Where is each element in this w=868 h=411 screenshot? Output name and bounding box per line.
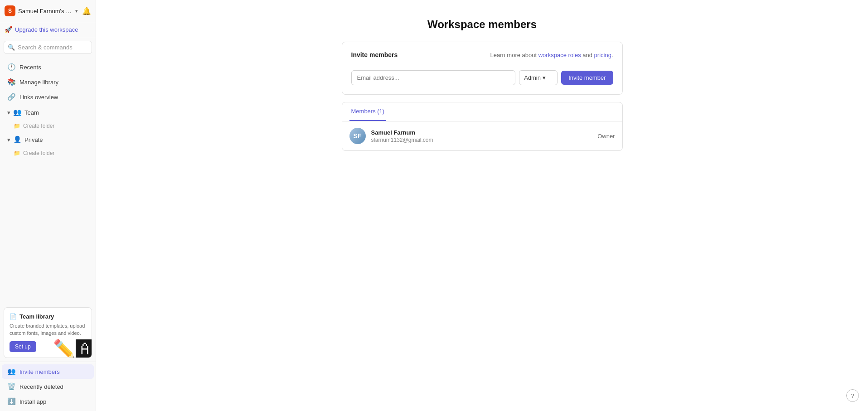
sidebar-item-invite-members[interactable]: 👥 Invite members	[2, 364, 94, 379]
sidebar-item-manage-library[interactable]: 📚 Manage library	[2, 75, 94, 89]
search-icon: 🔍	[8, 44, 15, 51]
library-icon: 📚	[7, 78, 16, 86]
invite-header-row: Invite members Learn more about workspac…	[351, 51, 613, 65]
link-icon: 🔗	[7, 93, 16, 101]
folder-plus-icon: 📁	[14, 150, 20, 156]
members-tab[interactable]: Members (1)	[349, 102, 387, 121]
avatar-image: SF	[349, 128, 366, 144]
sidebar-item-recently-deleted[interactable]: 🗑️ Recently deleted	[2, 379, 94, 394]
members-tabs: Members (1)	[342, 102, 622, 121]
role-label: Admin	[524, 74, 541, 81]
sidebar: S Samuel Farnum's te... ▾ 🔔 🚀 Upgrade th…	[0, 0, 96, 411]
download-icon: ⬇️	[7, 397, 16, 406]
member-name: Samuel Farnum	[371, 129, 592, 136]
and-text: and	[581, 52, 594, 58]
sidebar-item-label: Invite members	[19, 368, 60, 375]
private-section-header[interactable]: ▾ 👤 Private	[2, 132, 94, 147]
person-icon: 👤	[13, 135, 22, 144]
create-folder-label: Create folder	[23, 150, 54, 156]
folder-plus-icon: 📁	[14, 123, 20, 129]
trash-icon: 🗑️	[7, 382, 16, 391]
members-card: Members (1) SF Samuel Farnum sfarnum1132…	[342, 102, 623, 151]
team-section-header[interactable]: ▾ 👥 Team	[2, 105, 94, 120]
invite-card: Invite members Learn more about workspac…	[342, 42, 623, 95]
sidebar-item-install-app[interactable]: ⬇️ Install app	[2, 394, 94, 409]
workspace-name: Samuel Farnum's te...	[18, 8, 73, 15]
member-row: SF Samuel Farnum sfarnum1132@gmail.com O…	[342, 121, 622, 150]
main-content: Workspace members Invite members Learn m…	[96, 0, 868, 411]
create-folder-label: Create folder	[23, 123, 54, 129]
member-role: Owner	[597, 133, 615, 140]
library-illustration: ✏️🅰	[53, 338, 92, 358]
upgrade-workspace-button[interactable]: 🚀 Upgrade this workspace	[0, 22, 96, 37]
invite-input-row: Admin ▾ Invite member	[351, 70, 613, 85]
sidebar-bottom-nav: 👥 Invite members 🗑️ Recently deleted ⬇️ …	[0, 362, 96, 411]
sidebar-item-label: Recently deleted	[19, 383, 63, 390]
search-bar[interactable]: 🔍 Search & commands	[4, 41, 92, 54]
team-icon: 👥	[13, 108, 22, 116]
page-title: Workspace members	[342, 18, 623, 31]
sidebar-item-links-overview[interactable]: 🔗 Links overview	[2, 90, 94, 104]
team-library-title: 📄 Team library	[10, 313, 86, 320]
sidebar-header: S Samuel Farnum's te... ▾ 🔔	[0, 0, 96, 22]
learn-more-text: Learn more about workspace roles and pri…	[398, 52, 613, 58]
invite-icon: 👥	[7, 367, 16, 376]
member-email: sfarnum1132@gmail.com	[371, 137, 592, 143]
sidebar-item-label: Recents	[19, 64, 41, 71]
pricing-link[interactable]: pricing	[594, 52, 611, 58]
private-section-label: Private	[24, 136, 43, 143]
sidebar-item-label: Install app	[19, 398, 46, 405]
chevron-down-icon: ▾	[7, 109, 10, 116]
learn-more-prefix: Learn more about	[490, 52, 538, 58]
chevron-down-icon: ▾	[543, 74, 546, 81]
period: .	[611, 52, 613, 58]
setup-button[interactable]: Set up	[10, 341, 36, 352]
role-select[interactable]: Admin ▾	[519, 70, 558, 85]
private-create-folder[interactable]: 📁 Create folder	[0, 148, 96, 159]
invite-member-button[interactable]: Invite member	[561, 71, 613, 85]
team-create-folder[interactable]: 📁 Create folder	[0, 121, 96, 131]
avatar: SF	[349, 128, 366, 144]
team-library-card: 📄 Team library Create branded templates,…	[4, 307, 92, 358]
search-placeholder: Search & commands	[18, 44, 73, 51]
chevron-down-icon: ▾	[7, 136, 10, 143]
invite-section-title: Invite members	[351, 51, 398, 58]
team-section-label: Team	[24, 109, 39, 116]
table-icon: 📄	[10, 313, 17, 320]
sidebar-item-label: Links overview	[19, 94, 58, 101]
clock-icon: 🕐	[7, 63, 16, 71]
upgrade-label: Upgrade this workspace	[15, 26, 78, 33]
workspace-avatar: S	[5, 5, 15, 16]
page-container: Workspace members Invite members Learn m…	[342, 18, 623, 151]
notification-bell-icon[interactable]: 🔔	[82, 7, 91, 15]
nav-section: 🕐 Recents 📚 Manage library 🔗 Links overv…	[0, 58, 96, 304]
member-info: Samuel Farnum sfarnum1132@gmail.com	[371, 129, 592, 143]
sidebar-item-label: Manage library	[19, 79, 58, 86]
help-button[interactable]: ?	[846, 389, 859, 402]
sidebar-item-recents[interactable]: 🕐 Recents	[2, 60, 94, 74]
email-input[interactable]	[351, 70, 516, 85]
workspace-roles-link[interactable]: workspace roles	[538, 52, 581, 58]
team-library-description: Create branded templates, upload custom …	[10, 323, 86, 337]
chevron-down-icon: ▾	[75, 8, 78, 14]
workspace-switcher[interactable]: S Samuel Farnum's te... ▾	[5, 5, 78, 16]
rocket-icon: 🚀	[5, 26, 12, 33]
